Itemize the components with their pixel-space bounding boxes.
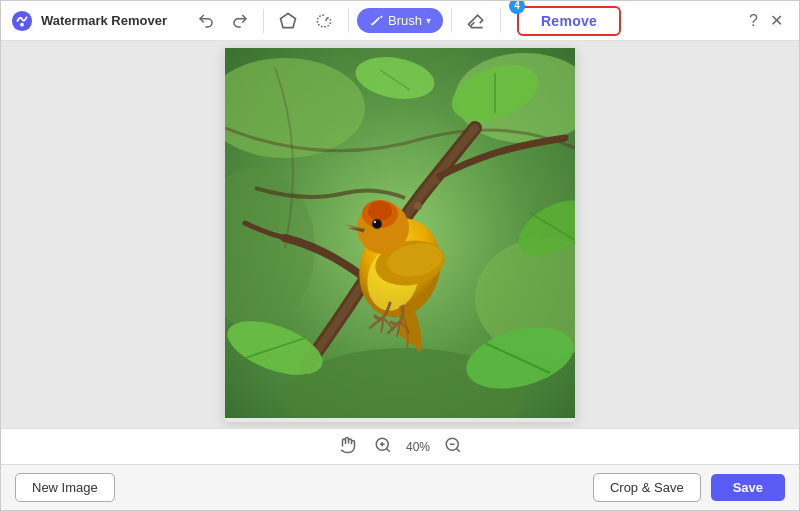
toolbar: Brush ▾ 4 Remove — [177, 6, 635, 36]
title-left: Watermark Remover — [11, 10, 167, 32]
remove-button[interactable]: Remove — [517, 6, 621, 36]
separator-2 — [348, 9, 349, 33]
polygon-icon — [278, 11, 298, 31]
svg-marker-2 — [280, 13, 295, 27]
app-title: Watermark Remover — [41, 13, 167, 28]
app-logo-icon — [11, 10, 33, 32]
title-bar: Watermark Remover — [1, 1, 799, 41]
remove-button-wrapper: 4 Remove — [517, 6, 621, 36]
eraser-icon — [466, 11, 486, 31]
svg-point-15 — [414, 202, 422, 210]
redo-icon — [231, 12, 249, 30]
separator-1 — [263, 9, 264, 33]
save-button[interactable]: Save — [711, 474, 785, 501]
hand-pan-button[interactable] — [334, 434, 360, 460]
svg-point-1 — [20, 22, 24, 26]
svg-line-37 — [457, 448, 460, 451]
bottom-bar: New Image Crop & Save Save — [1, 464, 799, 510]
brush-chevron-icon: ▾ — [426, 15, 431, 26]
image-container — [225, 48, 575, 422]
svg-point-28 — [368, 201, 392, 221]
zoom-level: 40% — [406, 440, 430, 454]
svg-point-0 — [12, 10, 32, 30]
notification-badge: 4 — [509, 0, 525, 14]
close-button[interactable]: ✕ — [764, 7, 789, 34]
canvas-area — [1, 41, 799, 428]
zoom-out-button[interactable] — [440, 434, 466, 460]
separator-3 — [451, 9, 452, 33]
undo-icon — [197, 12, 215, 30]
bird-scene-image — [225, 48, 575, 418]
brush-tool-button[interactable]: Brush ▾ — [357, 8, 443, 33]
hand-icon — [338, 436, 356, 454]
eraser-tool-button[interactable] — [460, 7, 492, 35]
zoom-in-icon — [374, 436, 392, 454]
brush-icon — [369, 13, 384, 28]
svg-point-31 — [374, 220, 376, 222]
crop-save-button[interactable]: Crop & Save — [593, 473, 701, 502]
lasso-icon — [314, 11, 334, 31]
svg-line-33 — [386, 448, 389, 451]
new-image-button[interactable]: New Image — [15, 473, 115, 502]
lasso-tool-button[interactable] — [308, 7, 340, 35]
bottom-right: Crop & Save Save — [593, 473, 785, 502]
brush-label: Brush — [388, 13, 422, 28]
polygon-tool-button[interactable] — [272, 7, 304, 35]
separator-4 — [500, 9, 501, 33]
undo-button[interactable] — [191, 8, 221, 34]
zoom-in-button[interactable] — [370, 434, 396, 460]
zoom-out-icon — [444, 436, 462, 454]
help-button[interactable]: ? — [743, 8, 764, 34]
redo-button[interactable] — [225, 8, 255, 34]
zoom-bar: 40% — [1, 428, 799, 464]
